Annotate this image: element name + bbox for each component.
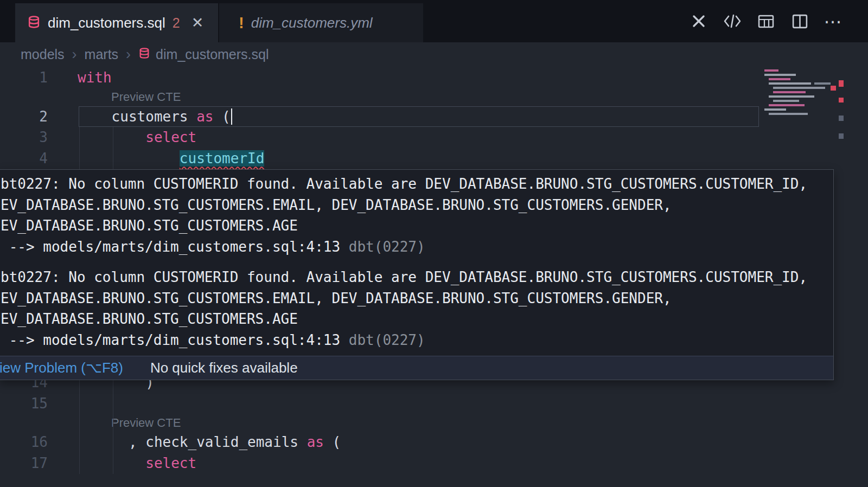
error-token-customerid: customerId [180,150,265,166]
error-hover-popup: bt0227: No column CUSTOMERID found. Avai… [0,169,834,380]
line-number: 4 [0,150,48,166]
editor-actions: ⋯ [688,0,844,42]
code-line-17[interactable]: 17 select [0,453,868,474]
tab-dim-customers-yml[interactable]: ! dim_customers.yml [219,3,423,42]
hover-body: bt0227: No column CUSTOMERID found. Avai… [0,170,833,350]
diagnostic-message-line: EV_DATABASE.BRUNO.STG_CUSTOMERS.EMAIL, D… [1,288,832,309]
tab-label: dim_customers.sql [48,15,165,31]
tab-dim-customers-sql[interactable]: dim_customers.sql 2 ✕ [15,3,218,42]
hover-footer: iew Problem (⌥F8) No quick fixes availab… [0,356,833,380]
overview-ruler-mark [839,116,844,121]
code-token [78,129,145,145]
code-token: ( [213,108,230,125]
line-number: 3 [0,129,48,145]
code-content: , check_valid_emails as ( [48,432,341,453]
overview-ruler-mark [839,133,844,139]
line-number: 17 [0,455,48,471]
line-number: 16 [0,434,48,450]
code-line-4[interactable]: 4 customerId [0,148,868,169]
code-line-16[interactable]: 16 , check_valid_emails as ( [0,432,868,453]
text-cursor [231,108,233,125]
tab-label: dim_customers.yml [251,15,373,31]
code-token: as [307,434,324,450]
overview-ruler-error-mark [839,98,844,102]
code-token: as [196,108,213,125]
code-content: select [48,127,196,148]
query-results-table-icon[interactable] [755,10,777,32]
code-token [78,455,145,471]
code-line-3[interactable]: 3 select [0,127,868,148]
code-line-1[interactable]: 1with [0,67,868,88]
breadcrumb-file[interactable]: dim_customers.sql [138,47,269,62]
tab-bar: dim_customers.sql 2 ✕ ! dim_customers.ym… [0,0,868,42]
minimap[interactable] [762,67,838,127]
code-content: customers as ( [48,106,232,127]
diagnostic-message-line: bt0227: No column CUSTOMERID found. Avai… [1,267,832,288]
diagnostic-location[interactable]: --> models/marts/dim_customers.sql:4:13 [1,239,349,255]
breadcrumb-separator: › [126,46,131,63]
code-content: with [48,67,112,88]
dbt-database-icon [138,47,150,62]
dbt-extension-icon[interactable] [688,10,710,32]
code-token: , check_valid_emails [78,434,307,450]
breadcrumb: models › marts › dim_customers.sql [0,42,868,66]
more-actions-icon[interactable]: ⋯ [822,10,844,32]
breadcrumb-models[interactable]: models [21,47,65,62]
code-content: customerId [48,148,264,169]
diagnostic-block: bt0227: No column CUSTOMERID found. Avai… [1,267,832,350]
code-token: ( [324,434,341,450]
code-token: with [78,69,112,86]
no-quick-fixes-label: No quick fixes available [150,360,298,376]
diagnostic-source: dbt(0227) [349,239,425,255]
diagnostic-message-line: EV_DATABASE.BRUNO.STG_CUSTOMERS.EMAIL, D… [1,195,832,216]
codelens-preview-cte[interactable]: Preview CTE [0,88,868,106]
diagnostic-location[interactable]: --> models/marts/dim_customers.sql:4:13 [1,332,349,348]
code-token: select [145,129,196,145]
code-line-15[interactable]: 15 [0,393,868,414]
diagnostic-location-line: --> models/marts/dim_customers.sql:4:13 … [1,236,832,258]
code-token: select [145,455,196,471]
line-number: 1 [0,69,48,86]
diagnostic-message-line: EV_DATABASE.BRUNO.STG_CUSTOMERS.AGE [1,215,832,236]
codelens-preview-cte[interactable]: Preview CTE [0,414,868,432]
diagnostic-message-line: bt0227: No column CUSTOMERID found. Avai… [1,174,832,195]
line-number: 2 [0,108,48,125]
diagnostic-source: dbt(0227) [349,332,425,348]
breadcrumb-marts[interactable]: marts [85,47,119,62]
diagnostic-block: bt0227: No column CUSTOMERID found. Avai… [1,174,832,257]
code-token: customers [78,108,196,125]
code-token [78,150,180,166]
code-line-2[interactable]: 2 customers as ( [0,106,868,127]
line-number: 15 [0,395,48,412]
modified-badge: 2 [173,15,180,31]
breadcrumb-file-label: dim_customers.sql [156,47,269,62]
split-editor-icon[interactable] [789,10,810,32]
editor-window: dim_customers.sql 2 ✕ ! dim_customers.ym… [0,0,868,487]
code-content: select [48,453,196,474]
view-problem-link[interactable]: iew Problem (⌥F8) [0,360,123,376]
dbt-database-icon [27,15,41,31]
warning-icon: ! [239,14,244,32]
overview-ruler-error-mark [839,80,844,87]
breadcrumb-separator: › [72,46,77,63]
diagnostic-message-line: EV_DATABASE.BRUNO.STG_CUSTOMERS.AGE [1,309,832,330]
close-tab-icon[interactable]: ✕ [192,14,204,31]
compiled-code-icon[interactable] [722,10,743,32]
diagnostic-location-line: --> models/marts/dim_customers.sql:4:13 … [1,330,832,351]
